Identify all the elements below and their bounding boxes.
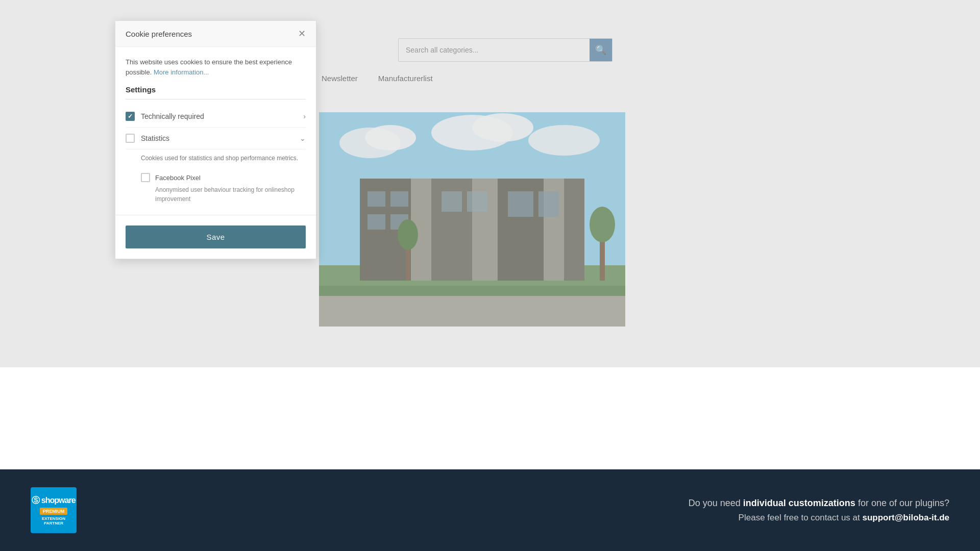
footer-line2: Please feel free to contact us at suppor… bbox=[689, 513, 949, 523]
close-button[interactable]: ✕ bbox=[298, 29, 306, 38]
facebook-pixel-description: Anonymised user behaviour tracking for o… bbox=[141, 185, 306, 204]
statistics-chevron[interactable]: ⌄ bbox=[300, 134, 306, 142]
cookie-item-statistics: Statistics ⌄ bbox=[126, 128, 306, 149]
technically-required-chevron[interactable]: › bbox=[303, 112, 306, 120]
dialog-header: Cookie preferences ✕ bbox=[115, 21, 316, 47]
dialog-title: Cookie preferences bbox=[126, 30, 192, 38]
save-button[interactable]: Save bbox=[126, 226, 306, 248]
technically-required-checkbox[interactable] bbox=[126, 112, 135, 121]
more-info-link[interactable]: More information... bbox=[154, 68, 209, 76]
extension-label: EXTENSION bbox=[42, 516, 65, 521]
dialog-footer: Save bbox=[115, 215, 316, 259]
dialog-body: This website uses cookies to ensure the … bbox=[115, 47, 316, 210]
technically-required-label: Technically required bbox=[141, 112, 204, 120]
footer-line1: Do you need individual customizations fo… bbox=[689, 498, 949, 508]
cookie-item-statistics-left: Statistics bbox=[126, 134, 169, 143]
shopware-badge: Ⓢ shopware PREMIUM EXTENSION PARTNER bbox=[31, 487, 77, 533]
facebook-pixel-checkbox[interactable] bbox=[141, 173, 150, 182]
statistics-checkbox[interactable] bbox=[126, 134, 135, 143]
facebook-pixel-row: Facebook Pixel bbox=[141, 173, 306, 182]
statistics-description: Cookies used for statistics and shop per… bbox=[126, 149, 306, 169]
intro-text: This website uses cookies to ensure the … bbox=[126, 57, 306, 77]
footer: Ⓢ shopware PREMIUM EXTENSION PARTNER Do … bbox=[0, 469, 980, 551]
cookie-item-left: Technically required bbox=[126, 112, 204, 121]
statistics-label: Statistics bbox=[141, 134, 169, 142]
facebook-pixel-label: Facebook Pixel bbox=[155, 174, 201, 182]
partner-label: PARTNER bbox=[44, 521, 63, 525]
cookie-dialog: Cookie preferences ✕ This website uses c… bbox=[115, 20, 316, 259]
premium-label: PREMIUM bbox=[40, 508, 68, 515]
shopware-logo: Ⓢ shopware bbox=[32, 495, 75, 506]
facebook-pixel-item: Facebook Pixel Anonymised user behaviour… bbox=[126, 169, 306, 210]
cookie-item-technically-required: Technically required › bbox=[126, 106, 306, 128]
footer-text: Do you need individual customizations fo… bbox=[689, 498, 949, 523]
settings-label: Settings bbox=[126, 85, 306, 99]
